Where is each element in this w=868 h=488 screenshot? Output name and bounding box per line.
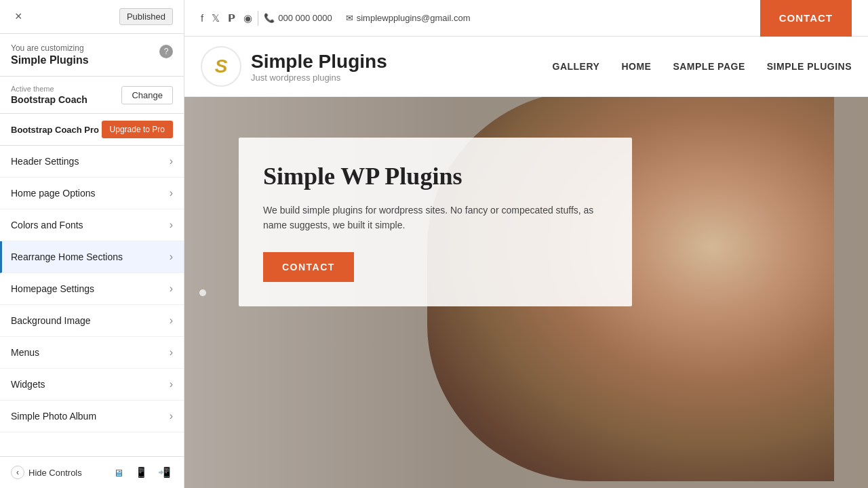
hero-description: We build simple plugins for wordpress si… bbox=[263, 203, 605, 233]
facebook-icon[interactable]: f bbox=[201, 12, 203, 24]
upgrade-to-pro-button[interactable]: Upgrade to Pro bbox=[102, 121, 173, 138]
instagram-icon[interactable]: ◉ bbox=[243, 12, 252, 24]
customizing-name: Simple Plugins bbox=[11, 54, 89, 66]
customizing-section: You are customizing Simple Plugins ? bbox=[0, 34, 184, 77]
email-icon: ✉ bbox=[346, 13, 353, 23]
help-icon[interactable]: ? bbox=[159, 45, 173, 58]
chevron-right-icon: › bbox=[170, 410, 173, 422]
nav-divider bbox=[258, 11, 258, 26]
slider-dot bbox=[199, 289, 206, 296]
menu-item-label: Widgets bbox=[11, 379, 45, 390]
chevron-right-icon: › bbox=[170, 187, 173, 199]
sidebar-footer: ‹ Hide Controls 🖥 📱 📲 bbox=[0, 456, 184, 488]
email-address: simplewpplugins@gmail.com bbox=[357, 13, 471, 23]
site-title-area: Simple Plugins Just wordpress plugins bbox=[251, 51, 387, 83]
site-tagline: Just wordpress plugins bbox=[251, 73, 387, 83]
hero-content-box: Simple WP Plugins We build simple plugin… bbox=[239, 138, 632, 306]
phone-number: 000 000 0000 bbox=[278, 13, 332, 23]
menu-list: Header Settings › Home page Options › Co… bbox=[0, 146, 184, 456]
active-theme-name: Bootstrap Coach bbox=[11, 94, 87, 105]
menu-item-background-image[interactable]: Background Image › bbox=[0, 305, 184, 337]
menu-item-label: Rearrange Home Sections bbox=[11, 251, 123, 262]
menu-item-label: Background Image bbox=[11, 315, 91, 326]
menu-item-label: Simple Photo Album bbox=[11, 411, 96, 422]
top-nav: f 𝕏 𝗣 ◉ 📞 000 000 0000 ✉ simplewpplugins… bbox=[184, 0, 868, 37]
chevron-right-icon: › bbox=[170, 283, 173, 295]
menu-item-label: Header Settings bbox=[11, 156, 79, 167]
menu-item-simple-photo-album[interactable]: Simple Photo Album › bbox=[0, 401, 184, 432]
logo-area: S Simple Plugins Just wordpress plugins bbox=[201, 46, 387, 87]
hero-section: Simple WP Plugins We build simple plugin… bbox=[184, 97, 868, 488]
published-badge: Published bbox=[119, 8, 173, 25]
menu-item-homepage-options[interactable]: Home page Options › bbox=[0, 178, 184, 209]
logo-circle: S bbox=[201, 46, 241, 87]
chevron-right-icon: › bbox=[170, 314, 173, 327]
hero-title: Simple WP Plugins bbox=[263, 162, 605, 190]
hide-controls-button[interactable]: ‹ Hide Controls bbox=[11, 466, 82, 479]
close-button[interactable]: × bbox=[11, 8, 26, 25]
customizing-label: You are customizing bbox=[11, 43, 89, 53]
hero-contact-button[interactable]: CONTACT bbox=[263, 252, 354, 282]
nav-simple-plugins[interactable]: SIMPLE PLUGINS bbox=[767, 61, 852, 72]
chevron-right-icon: › bbox=[170, 346, 173, 359]
mobile-view-icon[interactable]: 📲 bbox=[155, 464, 173, 481]
pinterest-icon[interactable]: 𝗣 bbox=[228, 12, 235, 24]
email-info: ✉ simplewpplugins@gmail.com bbox=[346, 13, 471, 23]
menu-item-label: Colors and Fonts bbox=[11, 220, 83, 230]
nav-home[interactable]: HOME bbox=[621, 61, 651, 72]
view-icons: 🖥 📱 📲 bbox=[109, 464, 173, 481]
contact-info: 📞 000 000 0000 ✉ simplewpplugins@gmail.c… bbox=[264, 13, 470, 23]
chevron-right-icon: › bbox=[170, 155, 173, 167]
hide-controls-label: Hide Controls bbox=[28, 468, 82, 478]
menu-item-header-settings[interactable]: Header Settings › bbox=[0, 146, 184, 178]
nav-sample-page[interactable]: SAMPLE PAGE bbox=[673, 61, 745, 72]
twitter-icon[interactable]: 𝕏 bbox=[212, 12, 220, 24]
chevron-right-icon: › bbox=[170, 251, 173, 263]
menu-item-colors-fonts[interactable]: Colors and Fonts › bbox=[0, 209, 184, 241]
chevron-right-icon: › bbox=[170, 219, 173, 231]
arrow-left-icon: ‹ bbox=[11, 466, 24, 479]
site-header: S Simple Plugins Just wordpress plugins … bbox=[184, 37, 868, 97]
menu-item-label: Home page Options bbox=[11, 188, 96, 199]
site-title: Simple Plugins bbox=[251, 51, 387, 73]
menu-item-label: Menus bbox=[11, 347, 39, 358]
active-theme-section: Active theme Bootstrap Coach Change bbox=[0, 77, 184, 114]
menu-item-menus[interactable]: Menus › bbox=[0, 337, 184, 369]
tablet-view-icon[interactable]: 📱 bbox=[132, 464, 150, 481]
topnav-contact-button[interactable]: CONTACT bbox=[760, 0, 852, 37]
pro-label: Bootstrap Coach Pro bbox=[11, 125, 99, 135]
change-theme-button[interactable]: Change bbox=[121, 86, 173, 104]
menu-item-rearrange-home[interactable]: Rearrange Home Sections › bbox=[0, 241, 184, 273]
phone-icon: 📞 bbox=[264, 13, 275, 23]
active-theme-label: Active theme bbox=[11, 85, 87, 93]
pro-banner: Bootstrap Coach Pro Upgrade to Pro bbox=[0, 114, 184, 146]
sidebar-top-bar: × Published bbox=[0, 0, 184, 34]
menu-item-label: Homepage Settings bbox=[11, 283, 94, 294]
nav-gallery[interactable]: GALLERY bbox=[553, 61, 600, 72]
chevron-right-icon: › bbox=[170, 378, 173, 390]
social-links: f 𝕏 𝗣 ◉ bbox=[201, 12, 252, 24]
menu-item-homepage-settings[interactable]: Homepage Settings › bbox=[0, 273, 184, 305]
main-nav: GALLERY HOME SAMPLE PAGE SIMPLE PLUGINS bbox=[553, 61, 852, 72]
desktop-view-icon[interactable]: 🖥 bbox=[109, 464, 127, 481]
main-content: f 𝕏 𝗣 ◉ 📞 000 000 0000 ✉ simplewpplugins… bbox=[184, 0, 868, 488]
menu-item-widgets[interactable]: Widgets › bbox=[0, 369, 184, 401]
sidebar: × Published You are customizing Simple P… bbox=[0, 0, 184, 488]
phone-info: 📞 000 000 0000 bbox=[264, 13, 332, 23]
